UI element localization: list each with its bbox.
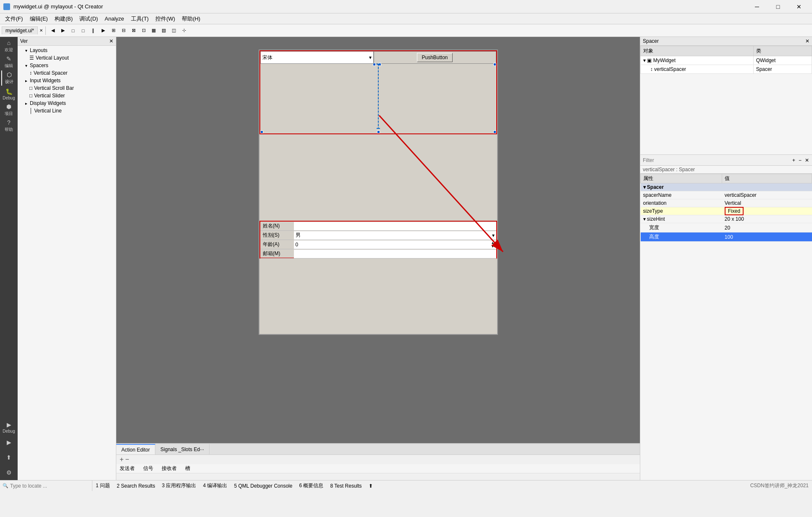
tb-btn-14[interactable]: ⊹ <box>179 26 189 35</box>
right-panel-close[interactable]: ✕ <box>805 38 809 44</box>
tb-btn-1[interactable]: ◀ <box>48 26 58 35</box>
menu-edit[interactable]: 编辑(E) <box>26 14 51 24</box>
tb-btn-8[interactable]: ⊟ <box>119 26 128 35</box>
tb-btn-7[interactable]: ⊞ <box>109 26 118 35</box>
home-icon: ⌂ <box>7 39 10 46</box>
tab-signals-slots[interactable]: Signals _Slots Ed··· <box>155 444 210 454</box>
prop-name-sizehint: ▾ sizeHint <box>641 215 722 223</box>
activity-welcome[interactable]: ⌂ 欢迎 <box>1 39 16 54</box>
status-test-results[interactable]: 8 Test Results <box>330 483 361 489</box>
menu-file[interactable]: 文件(F) <box>2 14 26 24</box>
prop-filter-input[interactable] <box>640 157 789 163</box>
status-qml-debugger[interactable]: 5 QML Debugger Console <box>234 483 292 489</box>
tb-btn-13[interactable]: ◫ <box>169 26 178 35</box>
activity-help[interactable]: ? 帮助 <box>1 118 16 133</box>
status-app-output[interactable]: 3 应用程序输出 <box>162 482 196 489</box>
widget-canvas[interactable]: 宋体 ▾ PushButton <box>259 50 498 335</box>
form-combo-gender[interactable]: 男 ▾ <box>294 231 496 240</box>
widget-panel-close[interactable]: ✕ <box>109 38 113 44</box>
tree-input-widgets[interactable]: ▸ Input Widgets <box>18 77 116 84</box>
tree-slider[interactable]: □ Vertical Slider <box>18 92 116 99</box>
activity-debug[interactable]: 🐛 Debug <box>1 86 16 102</box>
activity-debug2[interactable]: ▶ Debug <box>1 420 16 435</box>
search-input[interactable] <box>10 483 89 489</box>
tree-scroll-bar[interactable]: □ Vertical Scroll Bar <box>18 84 116 92</box>
status-up[interactable]: ⬆ <box>369 483 373 489</box>
menu-tools[interactable]: 工具(T) <box>128 14 152 24</box>
prop-row-spacername[interactable]: spacerName verticalSpacer <box>641 191 812 199</box>
spin-up-icon[interactable]: ▲ <box>491 241 495 245</box>
object-row-spacer[interactable]: ↕ verticalSpacer Spacer <box>641 65 812 74</box>
tb-btn-5[interactable]: ‖ <box>89 26 98 35</box>
prop-plus-btn[interactable]: + <box>791 157 796 163</box>
prop-close-btn[interactable]: ✕ <box>804 157 810 163</box>
help-icon: ? <box>7 119 10 126</box>
activity-edit[interactable]: ✎ 编辑 <box>1 55 16 70</box>
tree-layouts[interactable]: ▾ Layouts <box>18 47 116 54</box>
bottom-content: + − 发送者 信号 接收者 槽 <box>116 455 640 480</box>
design-icon: ⬡ <box>7 71 12 78</box>
tb-btn-4[interactable]: □ <box>79 26 88 35</box>
tb-btn-3[interactable]: □ <box>68 26 78 35</box>
tree-vertical-layout[interactable]: ☰ Vertical Layout <box>18 54 116 62</box>
tab-action-editor[interactable]: Action Editor <box>116 444 155 454</box>
prop-name-orientation: orientation <box>641 199 722 207</box>
activity-run[interactable]: ▶ <box>1 435 16 450</box>
toolbar-separator <box>45 26 46 35</box>
tb-btn-6[interactable]: ▶ <box>99 26 108 35</box>
delete-signal-button[interactable]: − <box>125 456 129 463</box>
prop-row-height[interactable]: 高度 100 <box>641 232 812 242</box>
activity-design[interactable]: ⬡ 设计 <box>1 70 16 86</box>
menu-build[interactable]: 构建(B) <box>51 14 76 24</box>
file-tab[interactable]: mywidget.ui* <box>2 26 38 34</box>
menu-analyze[interactable]: Analyze <box>101 15 127 23</box>
prop-row-width[interactable]: 宽度 20 <box>641 223 812 232</box>
prop-row-sizetype[interactable]: sizeType Fixed <box>641 207 812 215</box>
mywidget-icon: ▣ <box>647 57 653 63</box>
form-row-email: 邮箱(M) <box>260 249 496 258</box>
status-compile-output[interactable]: 4 编译输出 <box>203 482 227 489</box>
menu-help[interactable]: 帮助(H) <box>178 14 204 24</box>
tree-spacers[interactable]: ▾ Spacers <box>18 62 116 69</box>
form-input-name[interactable] <box>294 222 496 230</box>
sel-handle-br <box>493 131 496 133</box>
close-tab-icon[interactable]: ✕ <box>39 28 43 33</box>
widget-panel-header: Ver ✕ <box>18 37 116 46</box>
close-button[interactable]: ✕ <box>789 1 809 13</box>
object-row-mywidget[interactable]: ▾ ▣ MyWidget QWidget <box>641 56 812 65</box>
tree-vertical-line[interactable]: │ Vertical Line <box>18 107 116 115</box>
minimize-button[interactable]: ─ <box>747 1 767 13</box>
activity-project[interactable]: ⬢ 项目 <box>1 102 16 118</box>
tb-btn-10[interactable]: ⊡ <box>139 26 148 35</box>
debug-icon: 🐛 <box>5 88 13 95</box>
sizetype-value: Fixed <box>725 207 744 215</box>
status-search-results[interactable]: 2 Search Results <box>117 483 155 489</box>
tb-btn-11[interactable]: ▦ <box>149 26 158 35</box>
form-spin-age-value: 0 <box>296 242 299 248</box>
prop-val-orientation: Vertical <box>722 199 812 207</box>
prop-row-orientation[interactable]: orientation Vertical <box>641 199 812 207</box>
prop-minus-btn[interactable]: − <box>797 157 803 163</box>
tree-vertical-spacer[interactable]: ↕ Vertical Spacer <box>18 69 116 77</box>
status-summary[interactable]: 6 概要信息 <box>299 482 323 489</box>
font-combo[interactable]: 宋体 ▾ <box>260 51 374 64</box>
tb-btn-2[interactable]: ▶ <box>58 26 68 35</box>
maximize-button[interactable]: □ <box>768 1 788 13</box>
canvas-workspace[interactable]: 宋体 ▾ PushButton <box>116 37 640 443</box>
sel-handle-bl <box>260 131 263 133</box>
menu-debug[interactable]: 调试(D) <box>76 14 101 24</box>
prop-row-sizehint[interactable]: ▾ sizeHint 20 x 100 <box>641 215 812 223</box>
tb-btn-9[interactable]: ⊠ <box>129 26 138 35</box>
spin-down-icon[interactable]: ▼ <box>491 245 495 248</box>
activity-run2[interactable]: ⬆ <box>1 450 16 465</box>
add-signal-button[interactable]: + <box>120 456 123 463</box>
project-icon: ⬢ <box>6 103 11 110</box>
form-input-email[interactable] <box>294 250 496 258</box>
menu-widgets[interactable]: 控件(W) <box>152 14 178 24</box>
pushbutton[interactable]: PushButton <box>417 53 452 62</box>
form-spin-age[interactable]: 0 ▲ ▼ <box>294 240 496 249</box>
tree-display-widgets[interactable]: ▸ Display Widgets <box>18 99 116 107</box>
activity-settings[interactable]: ⚙ <box>1 465 16 480</box>
status-issues[interactable]: 1 问题 <box>96 482 110 489</box>
tb-btn-12[interactable]: ▧ <box>159 26 168 35</box>
